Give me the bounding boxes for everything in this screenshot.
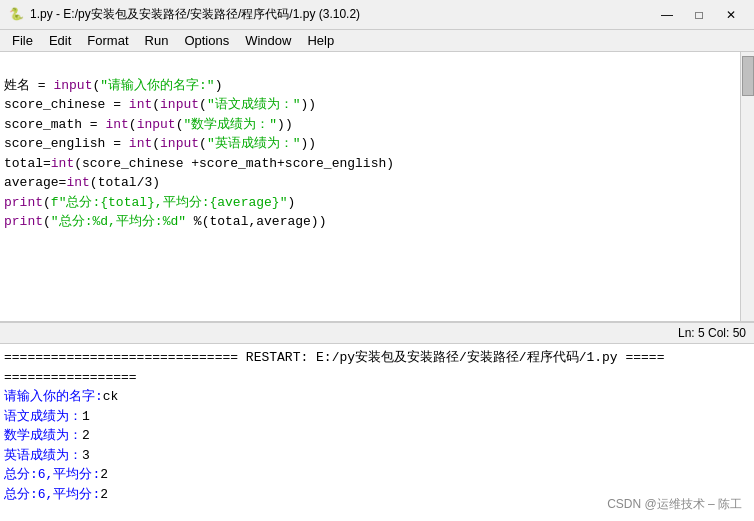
editor-area[interactable]: 姓名 = input("请输入你的名字:") score_chinese = i… — [0, 52, 754, 322]
code-content: 姓名 = input("请输入你的名字:") score_chinese = i… — [0, 52, 754, 255]
code-line-5: total=int(score_chinese +score_math+scor… — [4, 156, 394, 171]
menu-format[interactable]: Format — [79, 30, 136, 51]
output-line-6: 总分:6,平均分:2 — [4, 487, 108, 502]
cursor-position: Ln: 5 Col: 50 — [678, 326, 746, 340]
separator-line: ================= — [4, 370, 137, 385]
code-line-6: average=int(total/3) — [4, 175, 160, 190]
editor-scrollbar[interactable] — [740, 52, 754, 321]
code-line-3: score_math = int(input("数学成绩为：")) — [4, 117, 293, 132]
menu-help[interactable]: Help — [299, 30, 342, 51]
code-line-2: score_chinese = int(input("语文成绩为：")) — [4, 97, 316, 112]
output-line-2: 语文成绩为：1 — [4, 409, 90, 424]
output-line-5: 总分:6,平均分:2 — [4, 467, 108, 482]
output-line-1: 请输入你的名字:ck — [4, 389, 118, 404]
close-button[interactable]: ✕ — [716, 5, 746, 25]
output-line-3: 数学成绩为：2 — [4, 428, 90, 443]
menu-file[interactable]: File — [4, 30, 41, 51]
code-line-8: print("总分:%d,平均分:%d" %(total,average)) — [4, 214, 326, 229]
status-bar: Ln: 5 Col: 50 — [0, 322, 754, 344]
minimize-button[interactable]: — — [652, 5, 682, 25]
output-line-4: 英语成绩为：3 — [4, 448, 90, 463]
shell-area[interactable]: ============================== RESTART: … — [0, 344, 754, 521]
app-icon: 🐍 — [8, 7, 24, 23]
maximize-button[interactable]: □ — [684, 5, 714, 25]
menu-window[interactable]: Window — [237, 30, 299, 51]
menu-options[interactable]: Options — [176, 30, 237, 51]
menu-bar: File Edit Format Run Options Window Help — [0, 30, 754, 52]
scrollbar-thumb[interactable] — [742, 56, 754, 96]
shell-output: ============================== RESTART: … — [0, 344, 754, 521]
title-bar: 🐍 1.py - E:/py安装包及安装路径/安装路径/程序代码/1.py (3… — [0, 0, 754, 30]
code-line-1: 姓名 = input("请输入你的名字:") — [4, 78, 222, 93]
menu-run[interactable]: Run — [137, 30, 177, 51]
window-controls: — □ ✕ — [652, 5, 746, 25]
restart-line: ============================== RESTART: … — [4, 350, 664, 365]
code-line-7: print(f"总分:{total},平均分:{average}") — [4, 195, 295, 210]
watermark: CSDN @运维技术 – 陈工 — [607, 496, 742, 513]
menu-edit[interactable]: Edit — [41, 30, 79, 51]
title-text: 1.py - E:/py安装包及安装路径/安装路径/程序代码/1.py (3.1… — [30, 6, 652, 23]
code-line-4: score_english = int(input("英语成绩为：")) — [4, 136, 316, 151]
